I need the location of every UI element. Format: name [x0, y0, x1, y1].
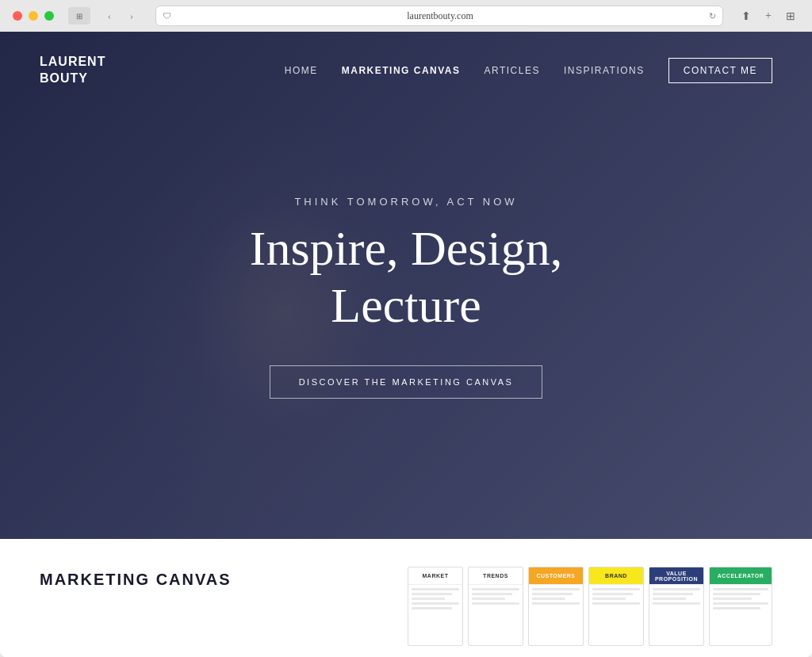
nav-home[interactable]: HOME — [285, 65, 318, 76]
nav-articles[interactable]: ARTICLES — [485, 65, 540, 76]
back-button[interactable]: ‹ — [100, 7, 119, 25]
canvas-card-customers: CUSTOMERS — [528, 567, 584, 646]
extensions-button[interactable]: ⊞ — [782, 7, 799, 25]
address-bar[interactable]: laurentbouty.com — [176, 10, 704, 22]
hero-title: Inspire, Design, Lecture — [250, 220, 562, 334]
logo-line1: LAURENT — [40, 55, 105, 68]
traffic-light-minimize[interactable] — [29, 11, 38, 21]
canvas-card-market: MARKET — [408, 567, 463, 646]
hero-title-line1: Inspire, Design, — [250, 221, 562, 275]
canvas-card-brand: BRAND — [588, 567, 644, 646]
browser-controls: ⊞ — [68, 7, 90, 25]
nav-marketing-canvas[interactable]: MARKETING CANVAS — [342, 65, 461, 76]
canvas-card-accelerator-header: ACCELERATOR — [710, 567, 772, 585]
traffic-light-fullscreen[interactable] — [44, 11, 54, 21]
canvas-card-market-header: MARKET — [408, 567, 462, 585]
nav-contact-button[interactable]: CONTACT ME — [668, 58, 772, 83]
nav-inspirations[interactable]: INSPIRATIONS — [564, 65, 645, 76]
canvas-card-brand-header: BRAND — [589, 567, 643, 585]
forward-button[interactable]: › — [122, 7, 141, 25]
canvas-card-brand-body — [589, 585, 643, 645]
canvas-card-customers-header: CUSTOMERS — [529, 567, 583, 585]
new-tab-button[interactable]: + — [760, 7, 777, 25]
canvas-card-value-prop-header: VALUE PROPOSITION — [649, 567, 703, 585]
browser-nav: ‹ › — [100, 7, 141, 25]
address-bar-wrapper[interactable]: 🛡 laurentbouty.com ↻ — [155, 6, 723, 26]
browser-actions: ⬆ + ⊞ — [737, 7, 799, 25]
marketing-canvas-preview: MARKET TRENDS CUSTO — [408, 563, 772, 646]
canvas-card-accelerator-body — [710, 585, 772, 645]
nav-links: HOME MARKETING CANVAS ARTICLES INSPIRATI… — [285, 58, 772, 83]
security-icon: 🛡 — [163, 11, 171, 21]
traffic-light-close[interactable] — [13, 11, 22, 21]
share-button[interactable]: ⬆ — [737, 7, 755, 25]
canvas-card-accelerator: ACCELERATOR — [709, 567, 772, 646]
hero-cta-button[interactable]: DISCOVER THE MARKETING CANVAS — [270, 365, 543, 399]
below-fold-section: MARKETING CANVAS MARKET TRENDS — [0, 539, 812, 657]
logo-line2: BOUTY — [40, 71, 105, 87]
hero-subtitle: THINK TOMORROW, ACT NOW — [294, 196, 517, 208]
canvas-card-value-prop: VALUE PROPOSITION — [649, 567, 704, 646]
browser-titlebar: ⊞ ‹ › 🛡 laurentbouty.com ↻ ⬆ + ⊞ — [0, 0, 812, 32]
website: LAURENT BOUTY HOME MARKETING CANVAS ARTI… — [0, 32, 812, 657]
site-logo[interactable]: LAURENT BOUTY — [40, 54, 105, 87]
canvas-card-trends: TRENDS — [468, 567, 523, 646]
hero-section: LAURENT BOUTY HOME MARKETING CANVAS ARTI… — [0, 32, 812, 539]
refresh-icon[interactable]: ↻ — [709, 11, 716, 21]
canvas-card-trends-body — [469, 585, 523, 645]
canvas-card-customers-body — [529, 585, 583, 645]
section-title: MARKETING CANVAS — [40, 571, 232, 589]
hero-title-line2: Lecture — [331, 278, 481, 332]
canvas-card-value-prop-body — [649, 585, 703, 645]
canvas-card-trends-header: TRENDS — [469, 567, 523, 585]
canvas-card-market-body — [408, 585, 462, 645]
browser-chrome: ⊞ ‹ › 🛡 laurentbouty.com ↻ ⬆ + ⊞ — [0, 0, 812, 32]
tab-toggle-btn[interactable]: ⊞ — [68, 7, 90, 25]
site-navigation: LAURENT BOUTY HOME MARKETING CANVAS ARTI… — [0, 32, 812, 109]
